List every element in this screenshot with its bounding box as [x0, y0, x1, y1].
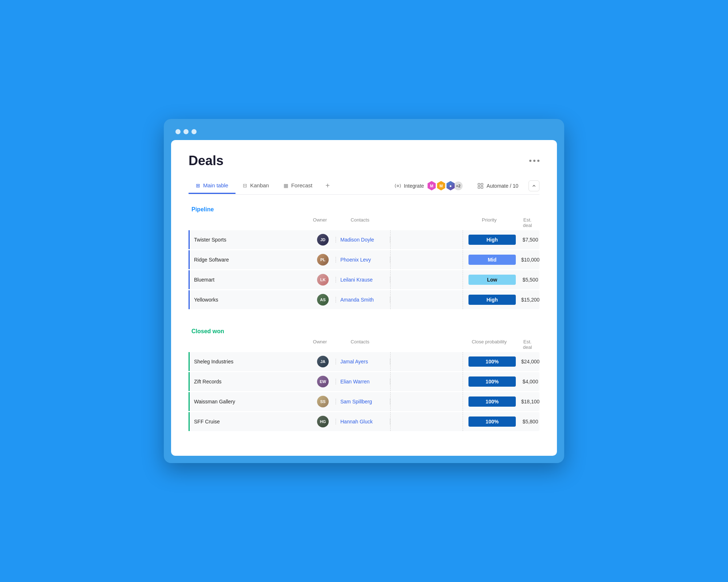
empty-cell — [390, 230, 463, 249]
svg-rect-1 — [478, 183, 480, 185]
owner-cell: LK — [310, 274, 336, 286]
priority-cell: High — [463, 235, 521, 245]
contacts-cell[interactable]: Elian Warren — [336, 379, 390, 384]
est-deal-cell: $5,500 — [521, 277, 539, 283]
contacts-cell[interactable]: Leilani Krause — [336, 277, 390, 283]
est-deal-cell: $5,800 — [521, 419, 539, 424]
contacts-cell[interactable]: Amanda Smith — [336, 297, 390, 303]
pipeline-deal-col-header — [191, 217, 307, 228]
probability-cell: 100% — [463, 356, 521, 367]
browser-content: Deals ⊞ Main table ⊟ Kanban — [171, 140, 557, 456]
priority-badge: Low — [468, 275, 516, 285]
avatar: LK — [317, 274, 329, 286]
empty-cell — [390, 392, 463, 411]
pipeline-table-header: Owner Contacts Priority Est. deal — [189, 217, 539, 230]
closed-empty-col-header — [387, 339, 460, 350]
priority-cell: High — [463, 295, 521, 305]
probability-badge: 100% — [468, 416, 516, 427]
avatar: SS — [317, 396, 329, 407]
forecast-icon: ▦ — [284, 183, 288, 188]
pipeline-table-row: Yelloworks AS Amanda Smith High $15,200 — [189, 290, 539, 309]
closed-table-row: Zift Records EW Elian Warren 100% $4,000 — [189, 372, 539, 391]
contacts-cell[interactable]: Phoenix Levy — [336, 257, 390, 263]
avatar: AS — [317, 294, 329, 306]
pipeline-priority-col-header: Priority — [460, 217, 518, 228]
owner-cell: JA — [310, 356, 336, 367]
badge-plus: +2 — [454, 182, 463, 190]
probability-badge: 100% — [468, 376, 516, 387]
section-spacer — [189, 321, 539, 328]
empty-cell — [390, 290, 463, 309]
owner-cell: AS — [310, 294, 336, 306]
closed-rows: Sheleg Industries JA Jamal Ayers 100% $2… — [189, 352, 539, 431]
deal-name-cell: Zift Records — [189, 372, 310, 391]
avatar: EW — [317, 376, 329, 387]
priority-badge: Mid — [468, 255, 516, 265]
traffic-light-green — [191, 129, 197, 134]
closed-won-section-title: Closed won — [189, 328, 539, 335]
est-deal-cell: $18,100 — [521, 399, 539, 404]
tab-kanban-label: Kanban — [250, 182, 269, 188]
est-deal-cell: $7,500 — [521, 237, 539, 243]
browser-titlebar — [171, 126, 557, 140]
main-table-icon: ⊞ — [196, 183, 200, 188]
closed-contacts-col-header: Contacts — [333, 339, 387, 350]
priority-cell: Mid — [463, 255, 521, 265]
empty-cell — [390, 412, 463, 431]
empty-cell — [390, 372, 463, 391]
owner-cell: EW — [310, 376, 336, 387]
owner-cell: JD — [310, 234, 336, 246]
contacts-cell[interactable]: Jamal Ayers — [336, 359, 390, 364]
automate-label: Automate / 10 — [487, 183, 518, 189]
probability-cell: 100% — [463, 396, 521, 407]
deal-name-cell: Yelloworks — [189, 290, 310, 309]
avatar: PL — [317, 254, 329, 266]
pipeline-owner-col-header: Owner — [307, 217, 333, 228]
priority-cell: Low — [463, 275, 521, 285]
probability-badge: 100% — [468, 396, 516, 407]
pipeline-table-row: Twister Sports JD Madison Doyle High $7,… — [189, 230, 539, 249]
pipeline-rows: Twister Sports JD Madison Doyle High $7,… — [189, 230, 539, 309]
empty-cell — [390, 250, 463, 269]
page-title: Deals — [189, 153, 223, 168]
deal-name-cell: Waissman Gallery — [189, 392, 310, 411]
pipeline-estdeal-col-header: Est. deal — [518, 217, 537, 228]
closed-prob-col-header: Close probability — [460, 339, 518, 350]
integrate-button[interactable]: Integrate M M ● +2 — [390, 179, 467, 193]
tab-add-button[interactable]: + — [320, 177, 336, 194]
more-options-button[interactable] — [529, 160, 539, 162]
deal-name-cell: Bluemart — [189, 270, 310, 289]
priority-badge: High — [468, 235, 516, 245]
probability-cell: 100% — [463, 416, 521, 427]
contacts-cell[interactable]: Hannah Gluck — [336, 419, 390, 424]
pipeline-empty-col-header — [387, 217, 460, 228]
owner-cell: HG — [310, 416, 336, 427]
avatar: JD — [317, 234, 329, 246]
more-dot-3 — [537, 160, 539, 162]
closed-estdeal-col-header: Est. deal — [518, 339, 537, 350]
tabs-right: Integrate M M ● +2 Automate / 10 — [390, 179, 539, 193]
contacts-cell[interactable]: Madison Doyle — [336, 237, 390, 243]
tab-forecast[interactable]: ▦ Forecast — [276, 178, 320, 194]
probability-cell: 100% — [463, 376, 521, 387]
tab-main-table[interactable]: ⊞ Main table — [189, 178, 236, 194]
tab-kanban[interactable]: ⊟ Kanban — [236, 178, 276, 194]
automate-button[interactable]: Automate / 10 — [473, 180, 523, 191]
closed-won-section: Closed won Owner Contacts Close probabil… — [189, 328, 539, 431]
svg-rect-3 — [481, 186, 483, 188]
contacts-cell[interactable]: Sam Spillberg — [336, 399, 390, 404]
closed-table-row: Sheleg Industries JA Jamal Ayers 100% $2… — [189, 352, 539, 371]
empty-cell — [390, 270, 463, 289]
closed-table-row: SFF Cruise HG Hannah Gluck 100% $5,800 — [189, 412, 539, 431]
owner-cell: SS — [310, 396, 336, 407]
hex-badge-2: M — [436, 181, 446, 191]
avatar: HG — [317, 416, 329, 427]
closed-table-row: Waissman Gallery SS Sam Spillberg 100% $… — [189, 392, 539, 411]
browser-window: Deals ⊞ Main table ⊟ Kanban — [164, 119, 564, 463]
est-deal-cell: $24,000 — [521, 359, 539, 364]
svg-point-0 — [397, 185, 399, 187]
chevron-up-button[interactable] — [529, 180, 539, 191]
pipeline-table-row: Ridge Software PL Phoenix Levy Mid $10,0… — [189, 250, 539, 269]
deal-name-cell: Ridge Software — [189, 250, 310, 269]
kanban-icon: ⊟ — [243, 183, 247, 188]
